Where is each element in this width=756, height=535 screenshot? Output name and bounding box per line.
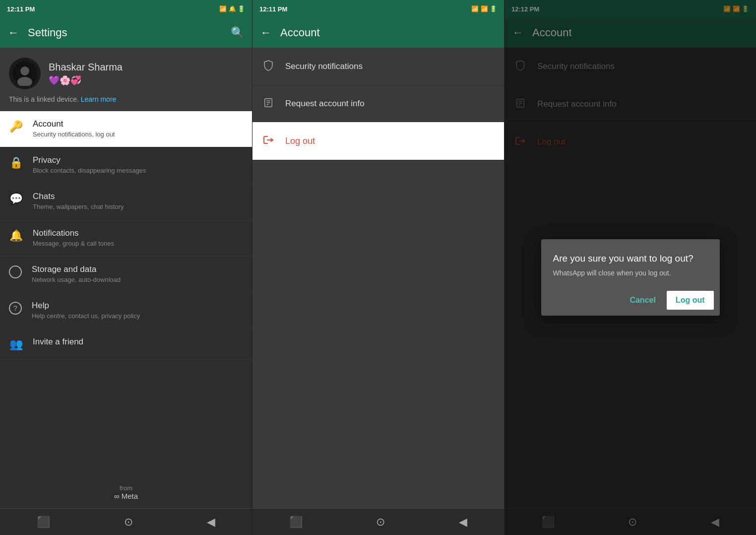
notifications-icon: 🔔 — [9, 229, 23, 242]
cancel-button[interactable]: Cancel — [621, 291, 664, 310]
profile-emoji: 💜🌸💞 — [49, 75, 123, 86]
menu-item-invite[interactable]: 👥 Invite a friend — [0, 329, 252, 359]
privacy-icon: 🔒 — [9, 156, 23, 169]
menu-item-chats[interactable]: 💬 Chats Theme, wallpapers, chat history — [0, 184, 252, 220]
nav-back-2[interactable]: ◀ — [459, 516, 467, 529]
account-item-security[interactable]: Security notifications — [252, 48, 504, 85]
profile-name: Bhaskar Sharma — [49, 62, 123, 73]
logout-confirm-button[interactable]: Log out — [667, 291, 714, 310]
logout-dialog: Are you sure you want to log out? WhatsA… — [541, 239, 720, 316]
avatar[interactable] — [9, 58, 41, 89]
notifications-title: Notifications — [33, 228, 114, 238]
learn-more-link[interactable]: Learn more — [81, 95, 117, 103]
bottom-nav-2: ⬛ ⊙ ◀ — [252, 508, 504, 535]
linked-device-text: This is a linked device. Learn more — [9, 95, 243, 103]
status-bar-1: 12:11 PM 📶 🔔 🔋 — [0, 0, 252, 18]
invite-icon: 👥 — [9, 338, 23, 351]
storage-sub: Network usage, auto-download — [32, 275, 121, 284]
chats-title: Chats — [33, 192, 124, 201]
storage-title: Storage and data — [32, 265, 121, 274]
panel-settings: 12:11 PM 📶 🔔 🔋 ← Settings 🔍 Bhaskar Shar… — [0, 0, 252, 535]
dialog-actions: Cancel Log out — [541, 285, 720, 316]
nav-square-2[interactable]: ⬛ — [289, 516, 303, 529]
status-time-2: 12:11 PM — [259, 5, 287, 13]
from-label: from — [8, 484, 244, 492]
account-item-request[interactable]: Request account info — [252, 85, 504, 122]
invite-title: Invite a friend — [33, 337, 83, 347]
status-time-1: 12:11 PM — [7, 5, 35, 13]
bar-title-account: Account — [280, 26, 496, 39]
menu-list: 🔑 Account Security notifications, log ou… — [0, 111, 252, 476]
menu-item-notifications[interactable]: 🔔 Notifications Message, group & call to… — [0, 220, 252, 257]
app-bar-account: ← Account — [252, 18, 504, 48]
back-icon-2[interactable]: ← — [260, 26, 271, 39]
profile-section: Bhaskar Sharma 💜🌸💞 This is a linked devi… — [0, 48, 252, 111]
back-icon-1[interactable]: ← — [8, 26, 19, 39]
privacy-sub: Block contacts, disappearing messages — [33, 166, 146, 175]
nav-square-1[interactable]: ⬛ — [37, 516, 50, 529]
status-icons-2: 📶 📶 🔋 — [471, 5, 497, 12]
request-icon — [261, 97, 275, 111]
bottom-meta: from ∞ Meta — [0, 476, 252, 508]
svg-point-1 — [20, 67, 29, 75]
status-icons-1: 📶 🔔 🔋 — [219, 5, 245, 12]
menu-item-help[interactable]: ? Help Help centre, contact us, privacy … — [0, 293, 252, 329]
security-icon — [261, 60, 275, 74]
status-bar-2: 12:11 PM 📶 📶 🔋 — [252, 0, 504, 18]
help-icon: ? — [9, 302, 22, 315]
account-icon: 🔑 — [9, 120, 23, 133]
nav-back-1[interactable]: ◀ — [207, 516, 215, 529]
bar-title-settings: Settings — [28, 26, 222, 39]
search-icon[interactable]: 🔍 — [231, 26, 244, 39]
logout-icon — [261, 134, 275, 149]
chats-sub: Theme, wallpapers, chat history — [33, 202, 124, 211]
panel-logout-dialog: 12:12 PM 📶 📶 🔋 ← Account Security notifi… — [504, 0, 756, 535]
dialog-subtitle: WhatsApp will close when you log out. — [553, 269, 708, 277]
security-title: Security notifications — [285, 62, 363, 71]
logout-title: Log out — [285, 136, 315, 146]
menu-item-privacy[interactable]: 🔒 Privacy Block contacts, disappearing m… — [0, 147, 252, 184]
menu-item-storage[interactable]: Storage and data Network usage, auto-dow… — [0, 257, 252, 293]
help-title: Help — [32, 301, 140, 311]
request-title: Request account info — [285, 99, 365, 109]
chats-icon: 💬 — [9, 193, 23, 205]
account-sub: Security notifications, log out — [33, 130, 115, 139]
privacy-title: Privacy — [33, 155, 146, 165]
nav-home-2[interactable]: ⊙ — [376, 516, 385, 529]
help-sub: Help centre, contact us, privacy policy — [32, 312, 140, 321]
menu-item-account[interactable]: 🔑 Account Security notifications, log ou… — [0, 111, 252, 147]
meta-logo: ∞ Meta — [8, 492, 244, 500]
nav-home-1[interactable]: ⊙ — [124, 516, 133, 529]
storage-icon — [9, 266, 22, 278]
panel-account: 12:11 PM 📶 📶 🔋 ← Account Security notifi… — [252, 0, 504, 535]
dialog-title: Are you sure you want to log out? — [553, 253, 708, 264]
account-item-logout[interactable]: Log out — [252, 122, 504, 160]
account-title: Account — [33, 119, 115, 129]
app-bar-settings: ← Settings 🔍 — [0, 18, 252, 48]
bottom-nav-1: ⬛ ⊙ ◀ — [0, 508, 252, 535]
notifications-sub: Message, group & call tones — [33, 239, 114, 248]
